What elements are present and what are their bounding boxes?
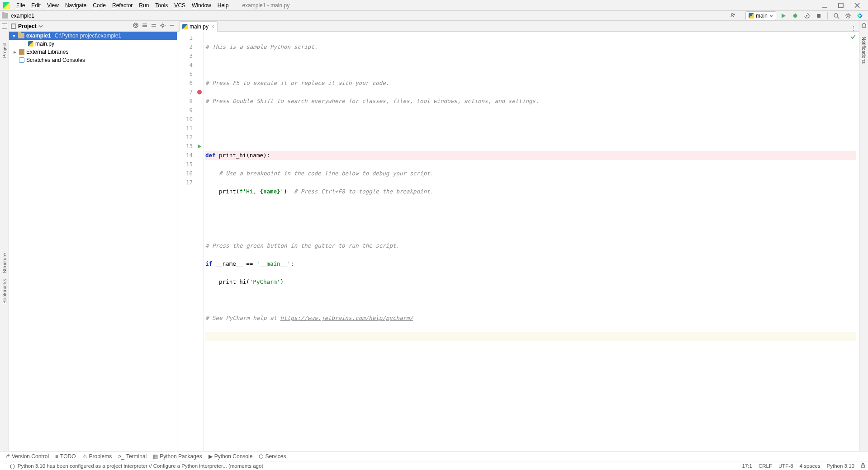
svg-rect-26 — [862, 465, 864, 468]
close-tab-icon[interactable]: × — [211, 24, 214, 30]
tool-notifications[interactable]: Notifications — [861, 34, 867, 66]
maximize-button[interactable] — [835, 1, 846, 9]
main-menu: FileEditViewNavigateCodeRefactorRunTools… — [14, 1, 231, 9]
svg-point-16 — [133, 23, 138, 28]
minimize-button[interactable] — [819, 1, 830, 9]
navigation-bar: example1 main — [0, 11, 868, 21]
project-tool-icon[interactable] — [2, 24, 7, 29]
bottom-tool-version-control[interactable]: ⎇Version Control — [4, 453, 49, 460]
interpreter[interactable]: Python 3.10 — [827, 463, 854, 469]
menu-run[interactable]: Run — [136, 1, 152, 9]
tool-project[interactable]: Project — [2, 40, 7, 61]
inspection-indicator-icon[interactable] — [850, 33, 856, 40]
tree-scratches[interactable]: Scratches and Consoles — [9, 56, 177, 64]
chevron-down-icon — [769, 14, 773, 18]
svg-point-23 — [162, 24, 164, 27]
hide-panel-icon[interactable] — [169, 22, 175, 30]
folder-icon — [2, 13, 8, 19]
run-configuration-selector[interactable]: main — [745, 11, 776, 20]
stop-button[interactable] — [814, 11, 823, 20]
menu-edit[interactable]: Edit — [28, 1, 43, 9]
tool-bookmarks[interactable]: Bookmarks — [2, 276, 7, 306]
caret-position[interactable]: 17:1 — [742, 463, 752, 469]
menu-view[interactable]: View — [44, 1, 62, 9]
project-view-icon — [11, 24, 16, 29]
status-message-text[interactable]: Python 3.10 has been configured as a pro… — [18, 463, 263, 469]
tree-root-project[interactable]: ▾ example1 C:\Python project\example1 — [9, 32, 177, 40]
menu-vcs[interactable]: VCS — [171, 1, 188, 9]
select-opened-file-icon[interactable] — [133, 22, 139, 30]
expand-icon[interactable]: ▾ — [12, 33, 16, 39]
tree-external-libraries[interactable]: ▸ External Libraries — [9, 48, 177, 56]
bottom-tool-python-console[interactable]: ▶Python Console — [209, 453, 253, 460]
notifications-icon[interactable] — [861, 23, 867, 30]
menu-refactor[interactable]: Refactor — [109, 1, 135, 9]
menu-window[interactable]: Window — [189, 1, 214, 9]
menu-file[interactable]: File — [14, 1, 28, 9]
line-number-gutter[interactable]: 1234567891011121314151617 — [177, 32, 195, 451]
separator — [827, 12, 828, 19]
right-tool-strip: Notifications — [859, 21, 868, 451]
code-with-me-icon[interactable] — [855, 11, 864, 20]
toolbar-right: main — [728, 11, 866, 20]
menu-code[interactable]: Code — [90, 1, 109, 9]
close-button[interactable] — [852, 1, 863, 9]
tab-actions-icon[interactable]: ⋮ — [848, 25, 859, 31]
code-area[interactable]: # This is a sample Python script. # Pres… — [204, 32, 859, 451]
bottom-tool-problems[interactable]: ⚠Problems — [82, 453, 112, 460]
menu-tools[interactable]: Tools — [152, 1, 171, 9]
editor-area: main.py × ⋮ 1234567891011121314151617 # … — [177, 21, 859, 451]
bottom-tool-python-packages[interactable]: ▦Python Packages — [153, 453, 202, 460]
bottom-tool-terminal[interactable]: >_Terminal — [118, 453, 147, 460]
tool-windows-toggle-icon[interactable] — [3, 464, 7, 468]
scratches-icon — [19, 57, 24, 63]
chevron-down-icon[interactable] — [38, 24, 43, 28]
indent-setting[interactable]: 4 spaces — [800, 463, 821, 469]
tree-file-main[interactable]: main.py — [9, 40, 177, 48]
tab-main-py[interactable]: main.py × — [179, 21, 218, 32]
file-encoding[interactable]: UTF-8 — [778, 463, 793, 469]
status-message: ( ) — [10, 463, 15, 469]
readonly-lock-icon[interactable] — [861, 463, 865, 469]
marker-gutter[interactable] — [195, 32, 204, 451]
settings-icon[interactable] — [160, 22, 166, 30]
line-separator[interactable]: CRLF — [759, 463, 772, 469]
settings-icon[interactable] — [844, 11, 853, 20]
more-run-button[interactable] — [802, 11, 811, 20]
svg-point-17 — [135, 24, 137, 26]
breadcrumb-item: example1 — [11, 13, 34, 19]
left-tool-strip: ProjectStructureBookmarks — [0, 21, 9, 451]
run-gutter-icon[interactable] — [198, 144, 201, 149]
bottom-tool-todo[interactable]: ≡TODO — [55, 453, 76, 460]
file-name: main.py — [35, 41, 54, 47]
libraries-icon — [19, 49, 24, 55]
add-user-button[interactable] — [728, 11, 737, 20]
folder-icon — [18, 33, 24, 38]
window-title: example1 - main.py — [242, 2, 816, 9]
menu-help[interactable]: Help — [215, 1, 232, 9]
svg-line-9 — [793, 15, 794, 15]
project-tree[interactable]: ▾ example1 C:\Python project\example1 ma… — [9, 32, 177, 451]
tool-structure[interactable]: Structure — [2, 250, 7, 276]
editor-tabs: main.py × ⋮ — [177, 21, 859, 32]
debug-button[interactable] — [791, 11, 800, 20]
menu-navigate[interactable]: Navigate — [62, 1, 89, 9]
project-panel-title[interactable]: Project — [18, 23, 37, 29]
svg-rect-1 — [839, 3, 843, 8]
project-name: example1 — [26, 33, 51, 39]
expand-icon[interactable]: ▸ — [13, 49, 17, 55]
expand-all-icon[interactable] — [142, 22, 148, 30]
breadcrumb[interactable]: example1 — [2, 13, 34, 19]
bottom-tool-strip: ⎇Version Control≡TODO⚠Problems>_Terminal… — [0, 451, 868, 461]
collapse-all-icon[interactable] — [151, 22, 157, 30]
bottom-tool-services[interactable]: ⬡Services — [259, 453, 286, 460]
breakpoint-icon[interactable] — [197, 90, 202, 94]
python-icon — [749, 13, 754, 19]
svg-rect-11 — [817, 14, 821, 18]
separator — [741, 12, 741, 19]
tab-label: main.py — [190, 24, 209, 30]
search-icon[interactable] — [832, 11, 841, 20]
run-button[interactable] — [779, 11, 788, 20]
svg-point-4 — [731, 14, 733, 15]
editor[interactable]: 1234567891011121314151617 # This is a sa… — [177, 32, 859, 451]
